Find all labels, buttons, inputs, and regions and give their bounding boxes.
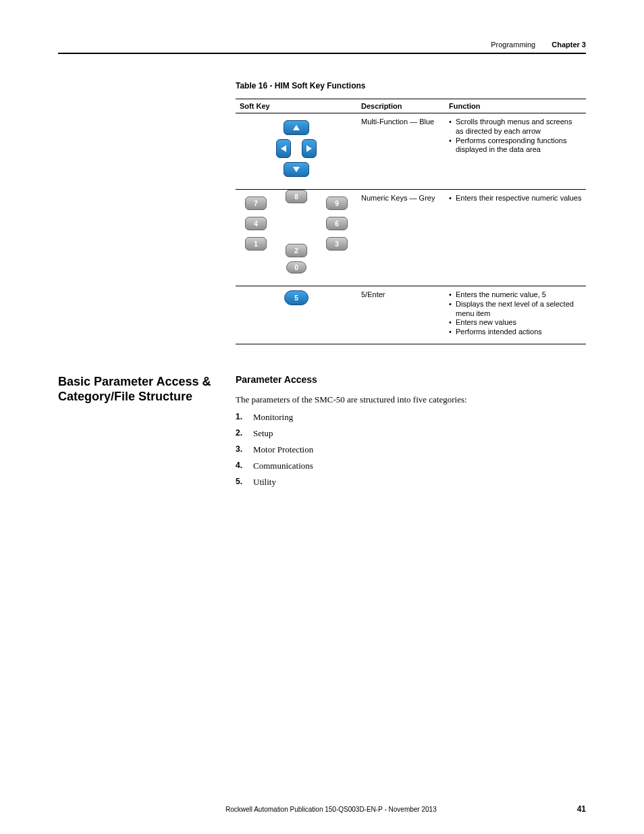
func-cell: Enters the numeric value, 5 Displays the… bbox=[445, 286, 586, 344]
num-key-3: 3 bbox=[326, 237, 348, 251]
num-key-1: 1 bbox=[245, 237, 267, 251]
func-cell: Scrolls through menus and screens as dir… bbox=[445, 113, 586, 190]
softkey-cell-enter: 5 bbox=[236, 286, 357, 344]
table-block: Table 16 - HIM Soft Key Functions Soft K… bbox=[236, 81, 586, 344]
section-subheading: Parameter Access bbox=[236, 374, 586, 385]
page-header: Programming Chapter 3 bbox=[58, 41, 586, 54]
func-item: Enters their respective numeric values bbox=[449, 194, 582, 203]
header-chapter: Chapter 3 bbox=[552, 41, 586, 49]
list-item: 3.Motor Protection bbox=[253, 444, 586, 455]
desc-cell: Numeric Keys — Grey bbox=[357, 190, 445, 286]
num-key-7: 7 bbox=[245, 197, 267, 210]
desc-cell: 5/Enter bbox=[357, 286, 445, 344]
func-item: Performs corresponding functions display… bbox=[449, 136, 582, 155]
arrow-up-key bbox=[284, 120, 309, 135]
col-softkey: Soft Key bbox=[236, 99, 357, 113]
table-row: 7 8 9 4 6 1 2 3 bbox=[236, 190, 586, 286]
desc-cell: Multi-Function — Blue bbox=[357, 113, 445, 190]
page-footer: Rockwell Automation Publication 150-QS00… bbox=[58, 804, 586, 814]
category-list: 1.Monitoring 2.Setup 3.Motor Protection … bbox=[236, 412, 586, 488]
func-item: Scrolls through menus and screens as dir… bbox=[449, 118, 582, 136]
func-cell: Enters their respective numeric values bbox=[445, 190, 586, 286]
enter-key: 5 bbox=[284, 290, 308, 305]
triangle-left-icon bbox=[281, 145, 286, 152]
list-item: 5.Utility bbox=[253, 477, 586, 488]
softkey-cell-arrows bbox=[236, 113, 357, 190]
intro-paragraph: The parameters of the SMC-50 are structu… bbox=[236, 394, 586, 405]
num-key-2: 2 bbox=[286, 244, 307, 257]
triangle-right-icon bbox=[306, 145, 312, 152]
func-item: Enters the numeric value, 5 bbox=[449, 290, 582, 300]
col-description: Description bbox=[357, 99, 445, 113]
list-item: 4.Communications bbox=[253, 461, 586, 471]
arrow-left-key bbox=[276, 139, 291, 158]
num-key-4: 4 bbox=[245, 217, 267, 230]
table-header-row: Soft Key Description Function bbox=[236, 99, 586, 113]
arrow-down-key bbox=[284, 162, 309, 177]
num-key-6: 6 bbox=[326, 217, 348, 230]
triangle-down-icon bbox=[293, 167, 300, 172]
triangle-up-icon bbox=[293, 125, 300, 130]
num-key-8: 8 bbox=[286, 190, 307, 203]
func-item: Enters new values bbox=[449, 318, 582, 328]
page-number: 41 bbox=[577, 804, 586, 814]
table-title: Table 16 - HIM Soft Key Functions bbox=[236, 81, 586, 90]
func-item: Performs intended actions bbox=[449, 328, 582, 337]
func-item: Displays the next level of a selected me… bbox=[449, 300, 582, 319]
col-function: Function bbox=[445, 99, 586, 113]
num-key-0: 0 bbox=[286, 261, 306, 273]
softkey-table: Soft Key Description Function bbox=[236, 99, 586, 344]
publication-info: Rockwell Automation Publication 150-QS00… bbox=[85, 806, 577, 813]
section-heading: Basic Parameter Access & Category/File S… bbox=[58, 374, 222, 493]
header-section: Programming bbox=[491, 41, 535, 49]
parameter-access-section: Basic Parameter Access & Category/File S… bbox=[58, 374, 586, 493]
softkey-cell-numeric: 7 8 9 4 6 1 2 3 bbox=[236, 190, 357, 286]
list-item: 2.Setup bbox=[253, 428, 586, 439]
table-row: 5 5/Enter Enters the numeric value, 5 Di… bbox=[236, 286, 586, 344]
list-item: 1.Monitoring bbox=[253, 412, 586, 423]
arrow-right-key bbox=[302, 139, 317, 158]
table-row: Multi-Function — Blue Scrolls through me… bbox=[236, 113, 586, 190]
num-key-9: 9 bbox=[326, 197, 348, 210]
